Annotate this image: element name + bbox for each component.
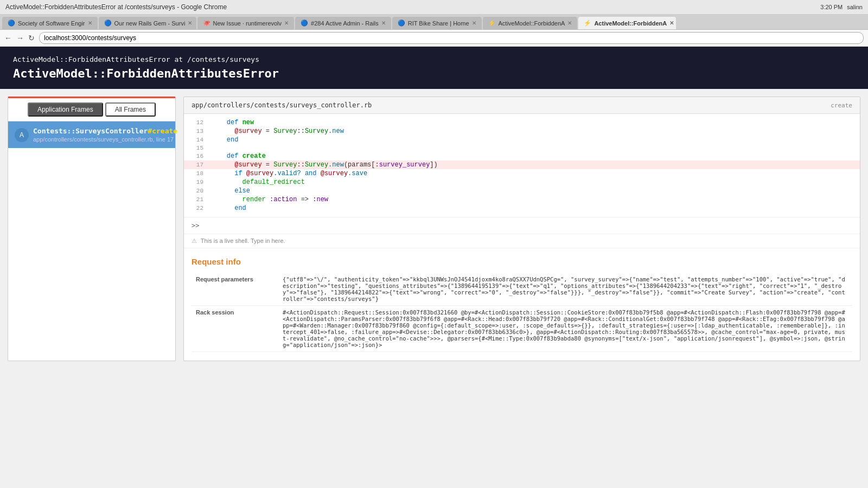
line-number: 19 <box>184 179 211 185</box>
forward-button[interactable]: → <box>16 34 24 42</box>
tabs-bar: 🔵Society of Software Engir✕🔵Our new Rail… <box>0 15 868 30</box>
tab-favicon: 🐙 <box>203 20 210 27</box>
browser-tab-tab2[interactable]: 🔵Our new Rails Gem - Survi✕ <box>99 17 196 29</box>
error-header: ActiveModel::ForbiddenAttributesError at… <box>0 47 868 89</box>
tab-favicon: 🔵 <box>301 20 308 27</box>
tab-favicon: ⚡ <box>584 20 591 27</box>
window-title: ActiveModel::ForbiddenAttributesError at… <box>5 3 227 11</box>
line-content: @survey = Survey::Survey.new(params[:sur… <box>211 161 438 169</box>
line-number: 15 <box>184 145 211 151</box>
line-content: end <box>211 204 246 212</box>
line-number: 22 <box>184 205 211 211</box>
error-title: ActiveModel::ForbiddenAttributesError <box>13 67 855 80</box>
error-type: ActiveModel::ForbiddenAttributesError <box>13 55 170 63</box>
line-content: else <box>211 187 250 195</box>
left-panel: Application Frames All Frames A Contests… <box>8 97 176 361</box>
tab-label: Society of Software Engir <box>18 20 85 27</box>
tab-close-icon[interactable]: ✕ <box>188 20 192 26</box>
tab-close-icon[interactable]: ✕ <box>472 20 476 26</box>
tab-all-frames[interactable]: All Frames <box>105 102 156 117</box>
user-label: salinn <box>847 4 863 10</box>
browser-tab-tab3[interactable]: 🐙New Issue · runtimerevolv✕ <box>197 17 295 29</box>
line-number: 16 <box>184 153 211 159</box>
tab-close-icon[interactable]: ✕ <box>284 20 289 26</box>
line-content: @survey = Survey::Survey.new <box>211 127 344 135</box>
tab-label: RIT Bike Share | Home <box>408 20 469 27</box>
frame-name: Contests::SurveysController#create <box>33 127 177 135</box>
tab-label: New Issue · runtimerevolv <box>213 20 282 27</box>
line-content: if @survey.valid? and @survey.save <box>211 170 367 177</box>
tab-close-icon[interactable]: ✕ <box>669 20 674 26</box>
line-number: 14 <box>184 137 211 143</box>
reload-button[interactable]: ↻ <box>28 34 35 42</box>
browser-tab-tab7[interactable]: ⚡ActiveModel::ForbiddenA✕ <box>578 17 676 29</box>
params-label: Request parameters <box>192 273 278 306</box>
repl-input[interactable] <box>202 222 852 229</box>
code-line-17: 17 @survey = Survey::Survey.new(params[:… <box>184 160 860 169</box>
titlebar-right: 3:20 PM salinn <box>820 4 863 10</box>
repl-hint-text: This is a live shell. Type in here. <box>201 237 285 244</box>
code-line-19: 19 default_redirect <box>184 178 860 187</box>
code-line-12: 12 def new <box>184 118 860 127</box>
tab-label: Our new Rails Gem - Survi <box>114 20 186 27</box>
titlebar-left: ActiveModel::ForbiddenAttributesError at… <box>5 3 227 11</box>
request-info: Request info Request parameters {"utf8"=… <box>184 248 860 361</box>
code-line-15: 15 <box>184 144 860 152</box>
line-content: render :action => :new <box>211 196 328 203</box>
code-line-22: 22 end <box>184 204 860 213</box>
tab-label: ActiveModel::ForbiddenA <box>594 20 667 27</box>
frame-method: #create <box>148 127 177 135</box>
code-filename: app/controllers/contests/surveys_control… <box>192 101 372 109</box>
tab-application-frames[interactable]: Application Frames <box>28 102 103 117</box>
main-content: Application Frames All Frames A Contests… <box>0 89 868 369</box>
address-bar: ← → ↻ <box>0 30 868 47</box>
tab-favicon: ⚡ <box>488 20 496 27</box>
tab-label: ActiveModel::ForbiddenA <box>499 20 565 27</box>
line-content: default_redirect <box>211 178 305 186</box>
line-number: 12 <box>184 119 211 126</box>
repl-prompt: >> <box>192 222 199 229</box>
frame-class: Contests::SurveysController <box>33 127 148 135</box>
code-line-21: 21 render :action => :new <box>184 195 860 204</box>
request-info-title: Request info <box>192 257 852 266</box>
frame-info: Contests::SurveysController#create app/c… <box>33 127 177 143</box>
table-row-rack: Rack session #<ActionDispatch::Request::… <box>192 306 852 352</box>
line-content: end <box>211 136 238 144</box>
line-content: def new <box>211 119 254 126</box>
line-number: 21 <box>184 196 211 203</box>
right-panel: app/controllers/contests/surveys_control… <box>183 97 860 361</box>
request-table: Request parameters {"utf8"=>"\/", "authe… <box>192 273 852 352</box>
rack-label: Rack session <box>192 306 278 352</box>
back-button[interactable]: ← <box>4 34 12 42</box>
frame-item[interactable]: A Contests::SurveysController#create app… <box>8 121 175 148</box>
frames-tabs: Application Frames All Frames <box>8 98 175 121</box>
repl-hint: ⚠ This is a live shell. Type in here. <box>184 234 860 248</box>
code-line-16: 16 def create <box>184 152 860 160</box>
tab-close-icon[interactable]: ✕ <box>88 20 92 26</box>
line-number: 18 <box>184 170 211 177</box>
tab-close-icon[interactable]: ✕ <box>567 20 572 26</box>
url-input[interactable] <box>39 32 864 44</box>
table-row-params: Request parameters {"utf8"=>"\/", "authe… <box>192 273 852 306</box>
browser-tab-tab4[interactable]: 🔵#284 Active Admin - Rails✕ <box>295 17 391 29</box>
code-line-20: 20 else <box>184 187 860 195</box>
line-content: def create <box>211 152 266 160</box>
code-line-14: 14 end <box>184 136 860 144</box>
repl-area[interactable]: >> <box>184 217 860 234</box>
browser-tab-tab1[interactable]: 🔵Society of Software Engir✕ <box>2 17 98 29</box>
tab-favicon: 🔵 <box>104 20 112 27</box>
browser-tab-tab5[interactable]: 🔵RIT Bike Share | Home✕ <box>392 17 482 29</box>
tab-favicon: 🔵 <box>8 20 15 27</box>
line-number: 13 <box>184 128 211 134</box>
frame-file: app/controllers/contests/surveys_control… <box>33 136 177 143</box>
tab-label: #284 Active Admin - Rails <box>311 20 379 27</box>
tab-close-icon[interactable]: ✕ <box>381 20 386 26</box>
warning-icon: ⚠ <box>192 237 197 244</box>
code-line-18: 18 if @survey.valid? and @survey.save <box>184 169 860 178</box>
code-header: app/controllers/contests/surveys_control… <box>184 97 860 114</box>
error-breadcrumb: ActiveModel::ForbiddenAttributesError at… <box>13 55 855 63</box>
browser-tab-tab6[interactable]: ⚡ActiveModel::ForbiddenA✕ <box>483 17 578 29</box>
line-number: 20 <box>184 188 211 194</box>
code-block: 12 def new13 @survey = Survey::Survey.ne… <box>184 114 860 217</box>
params-value: {"utf8"=>"\/", "authenticity_token"=>"kk… <box>278 273 852 306</box>
